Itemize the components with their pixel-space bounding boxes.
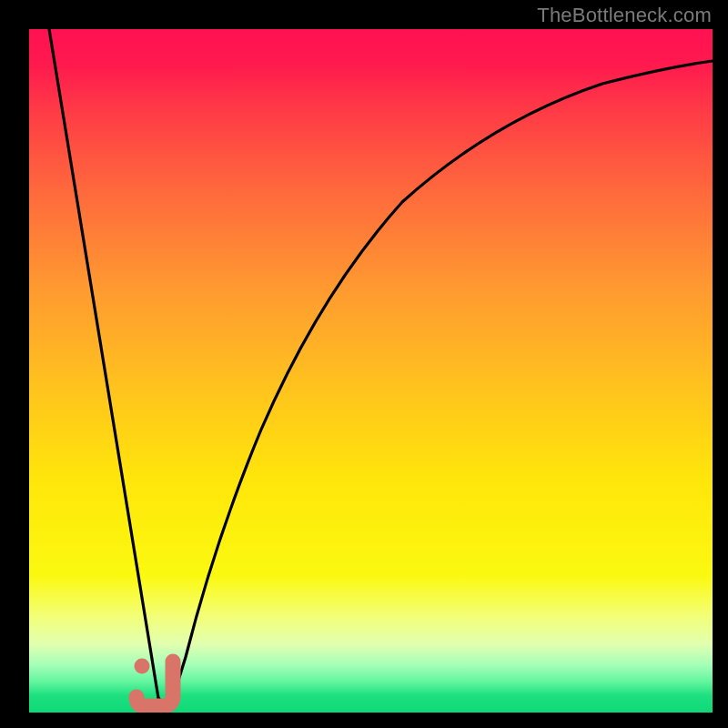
chart-frame: TheBottleneck.com bbox=[0, 0, 728, 728]
marker-dot bbox=[135, 659, 150, 674]
curve-right-branch bbox=[173, 61, 713, 698]
curve-layer bbox=[29, 29, 713, 713]
attribution-text: TheBottleneck.com bbox=[537, 4, 712, 27]
plot-area bbox=[29, 29, 713, 713]
curve-left-branch bbox=[49, 29, 158, 698]
